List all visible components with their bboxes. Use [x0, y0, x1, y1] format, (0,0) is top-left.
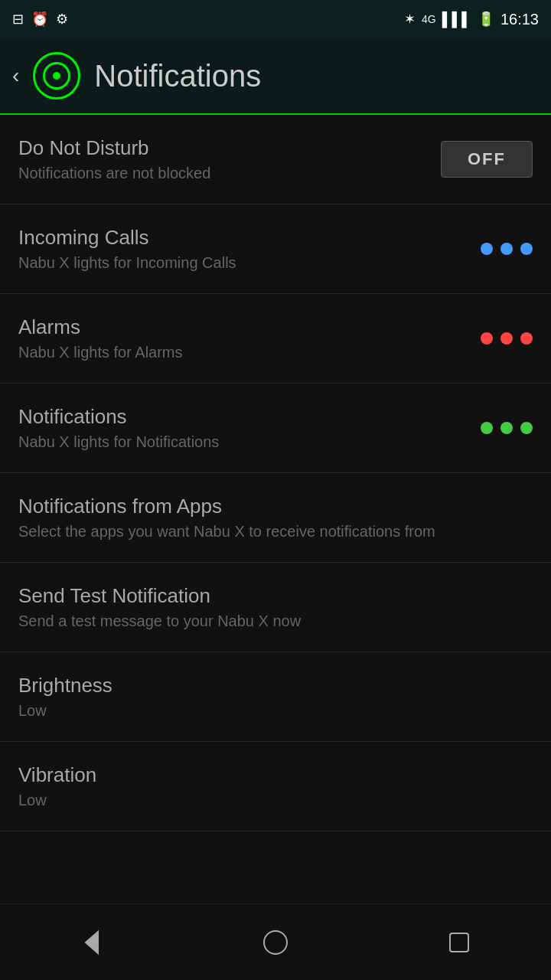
back-nav-icon [77, 927, 107, 958]
navigation-bar [0, 903, 551, 980]
status-bar-left-icons: ⊟ ⏰ ⚙ [12, 11, 68, 28]
alarms-text: Alarms Nabu X lights for Alarms [18, 315, 481, 361]
vibration-row[interactable]: Vibration Low [0, 742, 551, 831]
notifications-right [481, 422, 533, 434]
status-bar: ⊟ ⏰ ⚙ ✶ 4G ▌▌▌ 🔋 16:13 [0, 0, 551, 38]
home-nav-icon [260, 927, 291, 958]
incoming-calls-text: Incoming Calls Nabu X lights for Incomin… [18, 226, 481, 272]
do-not-disturb-title: Do Not Disturb [18, 136, 441, 160]
notifications-from-apps-title: Notifications from Apps [18, 495, 533, 518]
network-type-icon: 4G [422, 13, 436, 25]
vibration-text: Vibration Low [18, 763, 533, 809]
alarm-status-icon: ⏰ [31, 11, 48, 28]
settings-status-icon: ⚙ [56, 11, 68, 28]
do-not-disturb-subtitle: Notifications are not blocked [18, 165, 441, 182]
svg-marker-0 [86, 932, 98, 953]
dot-green-3 [520, 422, 533, 434]
send-test-subtitle: Send a test message to your Nabu X now [18, 612, 533, 630]
brightness-row[interactable]: Brightness Low [0, 652, 551, 742]
back-button[interactable]: ‹ [12, 64, 19, 88]
dot-blue-2 [500, 243, 513, 255]
nav-recent-button[interactable] [436, 920, 482, 965]
incoming-calls-row[interactable]: Incoming Calls Nabu X lights for Incomin… [0, 204, 551, 294]
dot-red-3 [520, 332, 533, 345]
nav-home-button[interactable] [253, 920, 298, 965]
notifications-from-apps-row[interactable]: Notifications from Apps Select the apps … [0, 473, 551, 563]
logo-inner-ring [43, 62, 70, 90]
alarms-dots [481, 332, 533, 345]
send-test-notification-row[interactable]: Send Test Notification Send a test messa… [0, 563, 551, 652]
app-logo [33, 52, 80, 100]
dot-blue-1 [481, 243, 493, 255]
brightness-subtitle: Low [18, 702, 533, 720]
signal-icon: ▌▌▌ [442, 11, 471, 28]
alarms-row[interactable]: Alarms Nabu X lights for Alarms [0, 294, 551, 384]
vibration-title: Vibration [18, 763, 533, 787]
vibration-subtitle: Low [18, 792, 533, 809]
brightness-text: Brightness Low [18, 674, 533, 720]
nav-back-button[interactable] [69, 920, 115, 965]
status-bar-right-icons: ✶ 4G ▌▌▌ 🔋 16:13 [404, 11, 539, 28]
notifications-from-apps-text: Notifications from Apps Select the apps … [18, 495, 533, 541]
notifications-subtitle: Nabu X lights for Notifications [18, 433, 481, 451]
bluetooth-icon: ✶ [404, 11, 416, 28]
battery-icon: 🔋 [478, 11, 494, 28]
dot-green-1 [481, 422, 493, 434]
dot-blue-3 [520, 243, 533, 255]
recent-nav-icon [444, 927, 474, 958]
logo-center-dot [53, 72, 60, 80]
page-header: ‹ Notifications [0, 38, 551, 115]
notifications-dots [481, 422, 533, 434]
page-title: Notifications [94, 59, 261, 93]
svg-point-1 [264, 931, 287, 954]
send-test-title: Send Test Notification [18, 584, 533, 608]
notifications-title: Notifications [18, 405, 481, 429]
notifications-row[interactable]: Notifications Nabu X lights for Notifica… [0, 384, 551, 473]
alarms-right [481, 332, 533, 345]
alarms-subtitle: Nabu X lights for Alarms [18, 344, 481, 361]
do-not-disturb-right: OFF [441, 141, 533, 178]
incoming-calls-subtitle: Nabu X lights for Incoming Calls [18, 254, 481, 272]
svg-rect-2 [450, 933, 468, 952]
image-status-icon: ⊟ [12, 11, 24, 28]
notifications-text: Notifications Nabu X lights for Notifica… [18, 405, 481, 451]
brightness-title: Brightness [18, 674, 533, 697]
settings-content: Do Not Disturb Notifications are not blo… [0, 115, 551, 903]
incoming-calls-right [481, 243, 533, 255]
send-test-text: Send Test Notification Send a test messa… [18, 584, 533, 630]
dot-red-1 [481, 332, 493, 345]
incoming-calls-dots [481, 243, 533, 255]
incoming-calls-title: Incoming Calls [18, 226, 481, 250]
toggle-off-label: OFF [468, 149, 506, 168]
do-not-disturb-toggle[interactable]: OFF [441, 141, 533, 178]
dot-green-2 [500, 422, 513, 434]
do-not-disturb-text: Do Not Disturb Notifications are not blo… [18, 136, 441, 182]
alarms-title: Alarms [18, 315, 481, 339]
do-not-disturb-row[interactable]: Do Not Disturb Notifications are not blo… [0, 115, 551, 204]
dot-red-2 [500, 332, 513, 345]
notifications-from-apps-subtitle: Select the apps you want Nabu X to recei… [18, 523, 533, 541]
status-time: 16:13 [500, 11, 539, 28]
